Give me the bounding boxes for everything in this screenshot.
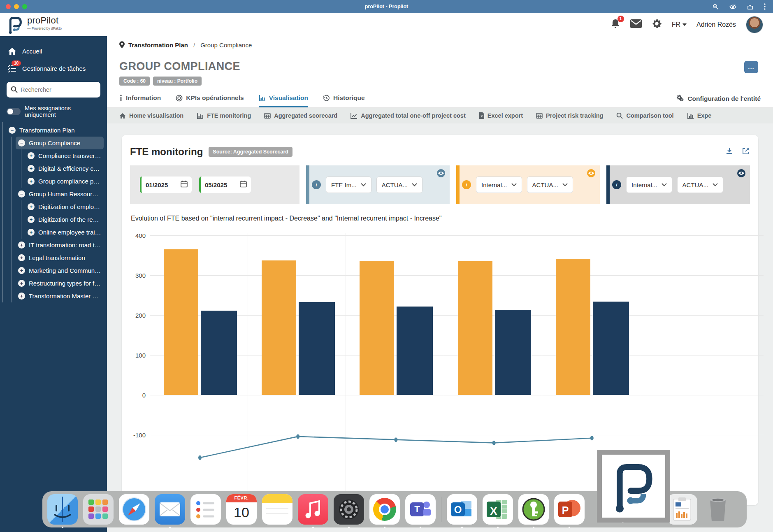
zoom-page-icon[interactable] [713, 4, 719, 10]
eye-visibility-icon[interactable] [587, 169, 596, 178]
sidebar-item-task-manager[interactable]: 10 Gestionnaire de tâches [0, 60, 107, 77]
expand-icon[interactable]: + [18, 293, 25, 300]
line-point[interactable] [394, 437, 397, 442]
dock-item-calendar[interactable]: FÉVR.10 [226, 494, 257, 525]
tree-node-group-compliance-progr[interactable]: +Group compliance progr... [25, 175, 104, 188]
filter-select[interactable]: Internal... [626, 177, 672, 193]
dock-item-notes[interactable] [262, 494, 292, 525]
external-link-icon[interactable] [742, 147, 750, 157]
dock-item-powerpoint[interactable]: P [554, 494, 585, 525]
eye-off-icon[interactable] [729, 4, 736, 10]
dock-item-launchpad[interactable] [83, 494, 114, 525]
excel-icon [479, 112, 484, 119]
home-icon [7, 47, 16, 55]
filter-select[interactable]: FTE Im... [326, 177, 371, 193]
tree-node-transformation-master-pla[interactable]: +Transformation Master Pla... [16, 290, 104, 302]
tab-label: KPIs opérationnels [186, 94, 244, 102]
dock-item-trash[interactable] [703, 494, 733, 525]
tree-node-digital-efficiency-com[interactable]: +Digital & efficiency com... [25, 162, 104, 175]
tree-node-compliance-transversal[interactable]: +Compliance transversal ... [25, 149, 104, 162]
more-actions-button[interactable]: ... [744, 61, 758, 73]
dock-item-excel[interactable]: X [483, 494, 513, 525]
settings-gear-icon[interactable] [652, 19, 662, 30]
tree-node-it-transformation-road-to[interactable]: +IT transformation: road to ... [16, 239, 104, 251]
dock-item-report[interactable] [667, 494, 697, 525]
dock-item-safari[interactable] [119, 494, 149, 525]
eye-visibility-icon[interactable] [737, 169, 746, 178]
collapse-icon[interactable]: − [18, 190, 25, 197]
line-point[interactable] [198, 455, 202, 460]
dock-item-chrome[interactable] [369, 494, 400, 525]
info-icon[interactable]: i [312, 180, 321, 189]
subtab-comparison-tool[interactable]: Comparison tool [616, 112, 673, 119]
notifications-bell-icon[interactable]: 1 [611, 19, 620, 31]
tree-node-legal-transformation[interactable]: +Legal transformation [16, 251, 104, 264]
tab-information[interactable]: Information [119, 90, 161, 107]
tree-node-digitization-of-the-recrui[interactable]: +Digitization of the recrui... [25, 213, 104, 226]
filter-select[interactable]: ACTUA... [376, 177, 422, 193]
collapse-icon[interactable]: − [9, 127, 16, 134]
expand-icon[interactable]: + [28, 152, 35, 159]
line-point[interactable] [492, 441, 496, 445]
avatar[interactable] [746, 16, 763, 33]
search-input[interactable] [7, 82, 100, 98]
tree-node-online-employee-trainin[interactable]: +Online employee trainin... [25, 226, 104, 239]
filter-select[interactable]: ACTUA... [527, 177, 573, 193]
dock-item-teams[interactable]: T [405, 494, 436, 525]
subtab-fte-monitoring[interactable]: FTE monitoring [197, 112, 251, 119]
tab-kpis-op-rationnels[interactable]: KPIs opérationnels [176, 90, 244, 107]
tree-node-transformation-plan[interactable]: −Transformation Plan [6, 124, 104, 137]
download-icon[interactable] [725, 147, 734, 157]
info-icon[interactable]: i [612, 180, 621, 189]
tree-node-restructuring-types-for-firms[interactable]: +Restructuring types for firms [16, 277, 104, 290]
tree-node-group-human-ressources[interactable]: −Group Human Ressources [16, 188, 104, 200]
dock-item-finder[interactable] [47, 494, 78, 525]
subtab-aggregated-total-one-off-project-cost[interactable]: Aggregated total one-off project cost [351, 112, 466, 119]
tab-visualisation[interactable]: Visualisation [259, 90, 308, 107]
tree-node-marketing-and-communica[interactable]: +Marketing and Communica... [16, 264, 104, 277]
dock-item-reminders[interactable] [190, 494, 221, 525]
dock-item-music[interactable] [298, 494, 328, 525]
subtab-project-risk-tracking[interactable]: Project risk tracking [536, 112, 603, 119]
extensions-icon[interactable] [747, 4, 753, 10]
tab-historique[interactable]: Historique [323, 90, 365, 107]
tree-node-digitization-of-employee[interactable]: +Digitization of employee... [25, 200, 104, 213]
sidebar-item-accueil[interactable]: Accueil [0, 43, 107, 60]
my-assignments-toggle[interactable] [7, 108, 21, 115]
expand-icon[interactable]: + [28, 178, 35, 185]
line-point[interactable] [590, 436, 594, 440]
language-selector[interactable]: FR [672, 21, 687, 28]
filter-select[interactable]: ACTUA... [677, 177, 723, 193]
filter-select[interactable]: Internal... [476, 177, 522, 193]
collapse-icon[interactable]: − [18, 139, 25, 146]
expand-icon[interactable]: + [18, 280, 25, 287]
y-axis-label: -100 [130, 432, 146, 439]
entity-config-button[interactable]: Configuration de l'entité [676, 94, 761, 103]
breadcrumb-root[interactable]: Transformation Plan [128, 42, 188, 49]
dock-item-system-settings[interactable] [334, 494, 364, 525]
subtab-expe[interactable]: Expe [687, 112, 712, 119]
expand-icon[interactable]: + [28, 229, 35, 236]
dock-item-outlook[interactable]: O [447, 494, 477, 525]
eye-visibility-icon[interactable] [436, 169, 446, 178]
date-to-input[interactable]: 05/2025 [199, 177, 251, 193]
line-point[interactable] [296, 434, 299, 439]
filter-accent-bar [306, 165, 309, 204]
expand-icon[interactable]: + [18, 267, 25, 274]
expand-icon[interactable]: + [28, 216, 35, 223]
browser-menu-icon[interactable] [764, 3, 766, 10]
dock-item-mail[interactable] [155, 494, 185, 525]
subtab-aggregated-scorecard[interactable]: Aggregated scorecard [264, 112, 337, 119]
expand-icon[interactable]: + [18, 254, 25, 261]
expand-icon[interactable]: + [28, 165, 35, 172]
tree-node-group-compliance[interactable]: −Group Compliance [16, 137, 104, 149]
subtab-home-visualisation[interactable]: Home visualisation [119, 112, 183, 119]
expand-icon[interactable]: + [18, 242, 25, 249]
dock-item-keepass[interactable] [518, 494, 549, 525]
subtab-excel-export[interactable]: Excel export [479, 112, 523, 119]
expand-icon[interactable]: + [28, 203, 35, 210]
info-icon[interactable]: i [462, 180, 471, 189]
propilot-logo[interactable]: proPilot — Powered by dFakto [7, 15, 62, 34]
messages-envelope-icon[interactable] [630, 19, 642, 30]
date-from-input[interactable]: 01/2025 [140, 177, 192, 193]
